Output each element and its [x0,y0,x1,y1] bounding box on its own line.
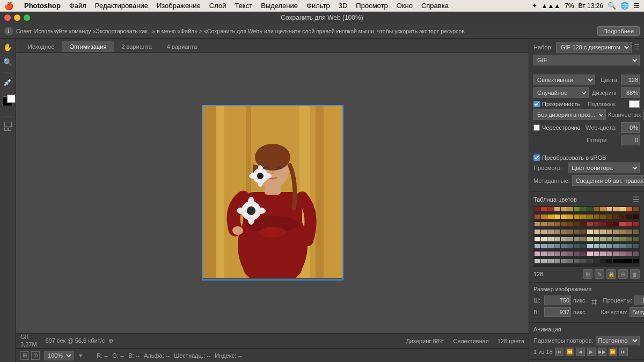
color-swatch-cell[interactable] [626,237,632,241]
color-swatch-cell[interactable] [567,222,573,226]
color-swatch-cell[interactable] [567,259,573,263]
menu-select[interactable]: Выделение [261,2,298,10]
width-input[interactable] [544,295,571,305]
reduction-select[interactable]: Селективная [533,75,595,85]
format-select[interactable]: GIF [533,55,640,65]
menu-image[interactable]: Изображение [157,2,201,10]
color-swatch-cell[interactable] [567,207,573,211]
color-swatch-cell[interactable] [626,259,632,263]
color-swatch-cell[interactable] [613,222,619,226]
color-swatch-cell[interactable] [633,259,639,263]
quality-select[interactable]: Бикубическая [630,307,644,317]
color-swatch-cell[interactable] [633,215,639,219]
menu-help[interactable]: Справка [421,2,449,10]
color-swatch-cell[interactable] [554,237,560,241]
color-swatch-cell[interactable] [574,230,580,234]
color-swatch-cell[interactable] [633,252,639,256]
color-swatch-cell[interactable] [535,215,540,219]
dither-trans-select[interactable]: Без дизеринга проз... [533,109,606,120]
menu-view[interactable]: Просмотр [356,2,387,10]
trash-color-button[interactable]: 🗑 [630,269,640,279]
color-swatch-cell[interactable] [554,230,560,234]
color-swatch-cell[interactable] [561,244,567,248]
color-swatch-cell[interactable] [606,237,612,241]
minimize-button[interactable] [14,14,20,21]
color-swatch-cell[interactable] [633,230,639,234]
color-swatch-cell[interactable] [541,215,547,219]
color-swatch-cell[interactable] [567,237,573,241]
color-swatch-cell[interactable] [613,237,619,241]
color-swatch-cell[interactable] [626,252,632,256]
tab-2variants[interactable]: 2 варианта [114,41,159,52]
color-swatch-cell[interactable] [594,215,599,219]
percent-input[interactable] [634,295,644,305]
color-swatch-cell[interactable] [600,222,606,226]
color-swatch-cell[interactable] [613,244,619,248]
color-swatch-cell[interactable] [547,244,553,248]
color-swatch-cell[interactable] [541,230,547,234]
color-swatch-cell[interactable] [594,252,599,256]
color-swatch-cell[interactable] [561,237,567,241]
hand-tool[interactable]: ✋ [2,41,14,54]
color-swatch-cell[interactable] [587,230,593,234]
color-swatch-cell[interactable] [547,207,553,211]
color-swatch-cell[interactable] [547,230,553,234]
color-swatch-cell[interactable] [633,237,639,241]
tab-4variants[interactable]: 4 варианта [159,41,205,52]
prev-step-button[interactable]: ◀ [576,348,585,356]
color-swatch-cell[interactable] [541,252,547,256]
tab-optimized[interactable]: Оптимизация [62,41,114,52]
color-swatch-cell[interactable] [574,207,580,211]
color-swatch-cell[interactable] [619,259,625,263]
interlace-checkbox[interactable] [533,124,540,131]
color-swatch-cell[interactable] [574,237,580,241]
preview-select[interactable]: Цвет монитора [568,162,640,173]
color-swatch-cell[interactable] [594,259,599,263]
search-icon[interactable]: 🔍 [608,2,616,10]
color-swatch-cell[interactable] [587,237,593,241]
color-swatch-cell[interactable] [541,207,547,211]
color-swatch-cell[interactable] [567,244,573,248]
color-swatch-cell[interactable] [535,230,540,234]
web-input[interactable] [621,122,640,133]
color-swatch-cell[interactable] [580,244,586,248]
color-swatch-cell[interactable] [613,252,619,256]
color-swatch-cell[interactable] [619,215,625,219]
color-swatch-cell[interactable] [594,230,599,234]
color-swatch-cell[interactable] [561,207,567,211]
color-swatch-cell[interactable] [567,252,573,256]
background-color[interactable] [7,94,16,103]
menu-file[interactable]: Файл [69,2,86,10]
color-swatch-cell[interactable] [574,244,580,248]
color-swatch-cell[interactable] [580,252,586,256]
color-swatch-cell[interactable] [594,244,599,248]
color-swatch-cell[interactable] [600,244,606,248]
color-swatch-cell[interactable] [554,215,560,219]
play-button[interactable]: ▶ [587,348,596,356]
color-swatch-cell[interactable] [574,222,580,226]
color-swatch-cell[interactable] [613,207,619,211]
color-swatch-cell[interactable] [567,215,573,219]
color-swatch-cell[interactable] [547,215,553,219]
next-frame-button[interactable]: ⏩ [609,348,617,356]
tab-original[interactable]: Исходное [20,41,62,52]
menu-3d[interactable]: 3D [339,2,348,10]
dither-algo-select[interactable]: Случайное [533,87,589,98]
color-swatch-cell[interactable] [580,230,586,234]
srgb-checkbox[interactable] [533,154,540,161]
color-swatch-cell[interactable] [600,215,606,219]
maximize-button[interactable] [24,14,30,21]
menu-layer[interactable]: Слой [209,2,226,10]
color-swatch-cell[interactable] [600,230,606,234]
color-swatch-cell[interactable] [547,237,553,241]
color-swatch-cell[interactable] [594,222,599,226]
color-swatch-cell[interactable] [619,244,625,248]
menu-window[interactable]: Окно [397,2,413,10]
color-swatch-cell[interactable] [619,207,625,211]
color-swatch-cell[interactable] [633,222,639,226]
color-swatch-cell[interactable] [574,252,580,256]
color-swatch-cell[interactable] [619,252,625,256]
color-swatch-cell[interactable] [600,237,606,241]
lossy-input[interactable] [621,135,640,145]
menu-edit[interactable]: Редактирование [95,2,148,10]
